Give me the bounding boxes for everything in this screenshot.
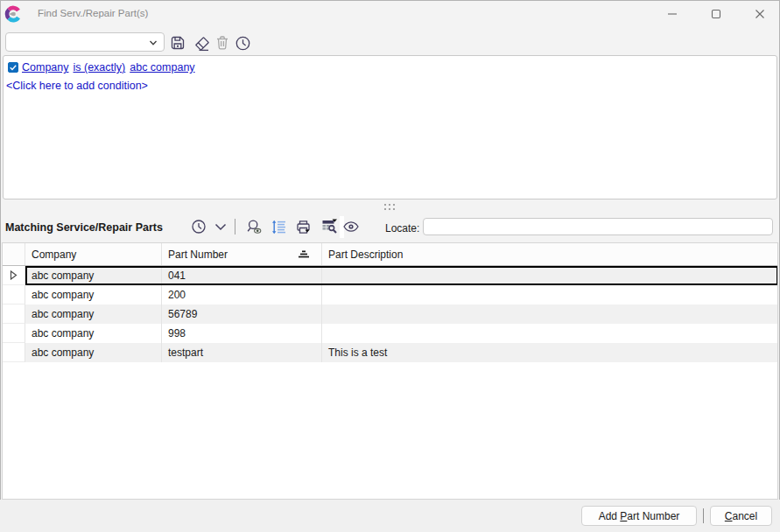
eye-icon xyxy=(342,218,360,235)
add-condition-link[interactable]: <Click here to add condition> xyxy=(6,80,148,92)
minimize-icon xyxy=(667,9,678,19)
save-icon xyxy=(170,35,186,51)
button-label: Cancel xyxy=(725,510,757,522)
find-preview-button[interactable] xyxy=(243,216,264,237)
cell-part-number[interactable]: 041 xyxy=(162,268,322,284)
delete-search-button[interactable] xyxy=(212,33,233,52)
matching-parts-title: Matching Service/Repair Parts xyxy=(5,221,163,234)
cancel-button[interactable]: Cancel xyxy=(710,506,772,526)
clear-conditions-button[interactable] xyxy=(190,33,211,52)
button-separator xyxy=(703,508,704,523)
cell-company[interactable]: abc company xyxy=(25,324,162,343)
condition-row: Company is (exactly) abc company xyxy=(8,60,200,74)
trash-icon xyxy=(214,35,230,51)
row-cells: abc company 041 xyxy=(25,266,777,285)
column-header-company[interactable]: Company xyxy=(25,243,162,265)
condition-value-link[interactable]: abc company xyxy=(130,61,194,74)
window-title: Find Serv./Repair Part(s) xyxy=(38,8,148,18)
maximize-button[interactable] xyxy=(696,0,736,28)
minimize-button[interactable] xyxy=(652,0,692,28)
row-auto-height-button[interactable] xyxy=(268,216,289,237)
cell-company[interactable]: abc company xyxy=(25,343,162,362)
save-search-button[interactable] xyxy=(167,33,188,52)
grid-row-2[interactable]: abc company 200 xyxy=(3,285,777,304)
search-preview-icon xyxy=(246,219,263,235)
locate-input[interactable] xyxy=(423,218,773,235)
field-chooser-button[interactable] xyxy=(320,216,341,237)
row-cells: abc company testpart This is a test xyxy=(25,343,777,362)
cell-company[interactable]: abc company xyxy=(25,285,162,304)
cell-part-description[interactable]: This is a test xyxy=(322,343,777,362)
locate-label: Locate: xyxy=(385,222,419,234)
row-indicator-gutter xyxy=(3,324,25,343)
grid-header-gutter xyxy=(3,243,25,265)
row-cells: abc company 56789 xyxy=(25,304,777,324)
cell-part-description[interactable] xyxy=(322,285,777,304)
eraser-icon xyxy=(193,35,209,52)
current-row-arrow-icon xyxy=(10,270,18,280)
cell-part-number[interactable]: 200 xyxy=(162,285,322,304)
grid-row-5[interactable]: abc company testpart This is a test xyxy=(3,343,777,362)
app-logo-icon xyxy=(4,5,22,23)
condition-checkbox[interactable] xyxy=(8,62,18,73)
history-button[interactable] xyxy=(232,33,253,52)
cell-part-description[interactable] xyxy=(322,304,777,324)
row-indicator-gutter xyxy=(3,304,25,324)
sort-ascending-icon xyxy=(299,250,309,259)
preview-toggle-button[interactable] xyxy=(341,216,362,237)
chevron-down-icon xyxy=(214,220,228,234)
footer-bar: Add Part Number Cancel xyxy=(0,500,780,532)
grid-row-4[interactable]: abc company 998 xyxy=(3,324,777,343)
condition-operator-link[interactable]: is (exactly) xyxy=(74,61,126,74)
maximize-icon xyxy=(711,9,721,19)
filter-condition-panel[interactable]: Company is (exactly) abc company <Click … xyxy=(3,55,777,200)
column-header-part-number[interactable]: Part Number xyxy=(162,243,322,265)
title-bar: Find Serv./Repair Part(s) xyxy=(0,0,780,28)
toolbar-divider xyxy=(235,219,235,234)
printer-icon xyxy=(295,219,312,235)
grid-header-row: Company Part Number Part Description xyxy=(3,243,777,266)
row-indicator-gutter xyxy=(3,285,25,304)
cell-part-number[interactable]: 56789 xyxy=(162,304,322,324)
column-header-part-description[interactable]: Part Description xyxy=(322,243,777,265)
grid-row-1[interactable]: abc company 041 xyxy=(3,266,777,285)
saved-search-combobox[interactable] xyxy=(5,32,165,52)
close-button[interactable] xyxy=(740,0,780,28)
clock-icon xyxy=(235,35,251,52)
condition-field-link[interactable]: Company xyxy=(22,61,69,74)
row-cells: abc company 998 xyxy=(25,324,777,343)
row-cells: abc company 200 xyxy=(25,285,777,304)
recent-parts-button[interactable] xyxy=(188,216,209,237)
clock-icon xyxy=(191,219,207,234)
cell-company[interactable]: abc company xyxy=(25,304,162,324)
cell-company[interactable]: abc company xyxy=(27,268,162,284)
field-chooser-icon xyxy=(321,218,339,235)
grid-row-3[interactable]: abc company 56789 xyxy=(3,304,777,324)
button-label: Add Part Number xyxy=(599,510,680,522)
add-part-number-button[interactable]: Add Part Number xyxy=(581,506,697,526)
close-icon xyxy=(755,9,765,19)
find-parts-dialog: Find Serv./Repair Part(s) xyxy=(0,0,780,532)
row-indicator-gutter xyxy=(3,343,25,362)
cell-part-number[interactable]: 998 xyxy=(162,324,322,343)
print-button[interactable] xyxy=(292,216,313,237)
splitter-grip-icon[interactable] xyxy=(384,204,396,211)
combobox-chevron-icon xyxy=(149,38,158,47)
recent-parts-dropdown-button[interactable] xyxy=(210,216,231,237)
cell-part-description[interactable] xyxy=(322,268,776,284)
row-indicator-gutter xyxy=(3,266,25,285)
cell-part-number[interactable]: testpart xyxy=(162,343,322,362)
row-height-icon xyxy=(271,219,287,235)
cell-part-description[interactable] xyxy=(322,324,777,343)
parts-grid: Company Part Number Part Description abc… xyxy=(2,242,778,500)
